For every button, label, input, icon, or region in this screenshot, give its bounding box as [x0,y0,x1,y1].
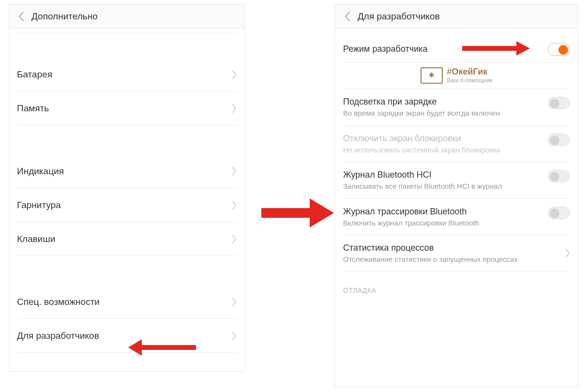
header-title-left: Дополнительно [31,11,98,22]
header-title-right: Для разработчиков [358,11,440,22]
row-developer[interactable]: Для разработчиков [17,319,237,353]
toggle-bt-hci[interactable] [548,170,570,182]
watermark-title: ОкейГик [451,67,487,76]
row-battery[interactable]: Батарея [17,58,237,91]
watermark-hash: # [447,67,451,76]
chevron-right-icon [232,201,237,210]
chevron-right-icon [232,298,237,306]
row-label: Батарея [17,69,52,80]
row-label: Спец. возможности [17,297,100,307]
list-left: Батарея Память Индикация Гарнитура Клави… [9,29,244,371]
header-right: Для разработчиков [335,4,578,29]
row-bt-hci[interactable]: Журнал Bluetooth HCI Записывать все паке… [343,162,570,199]
row-title: Режим разработчика [343,43,543,55]
back-icon[interactable] [14,9,29,24]
chevron-right-icon [232,167,237,176]
row-label: Гарнитура [17,200,61,211]
row-title: Журнал Bluetooth HCI [343,169,543,181]
toggle-backlight[interactable] [548,97,570,109]
row-title: Журнал трассировки Bluetooth [343,206,543,217]
row-title: Подсветка при зарядке [343,96,543,107]
row-proc-stats[interactable]: Статистика процессов Отслеживание статис… [343,235,570,272]
chevron-right-icon [232,235,237,243]
header-left: Дополнительно [9,4,244,29]
row-accessibility[interactable]: Спец. возможности [17,285,237,319]
row-disable-lock: Отключить экран блокировки Не использова… [343,126,570,163]
row-title: Отключить экран блокировки [343,133,543,144]
row-label: Клавиши [17,234,55,244]
settings-additional-panel: Дополнительно Батарея Память Индикация Г… [9,4,245,372]
row-title: Статистика процессов [343,242,560,254]
chevron-right-icon [232,332,237,340]
row-backlight[interactable]: Подсветка при зарядке Во время зарядки э… [343,89,570,126]
list-right: Режим разработчика #ОкейГик Ваш it-помощ… [335,29,578,387]
chevron-right-icon [565,249,570,257]
watermark: #ОкейГик Ваш it-помощник [343,67,570,84]
row-sub: Включить журнал трассировки Bluetooth [343,218,543,228]
toggle-dev-mode[interactable] [548,43,570,56]
row-indication[interactable]: Индикация [17,154,237,188]
laptop-icon [421,67,443,84]
row-memory[interactable]: Память [17,91,237,125]
row-keys[interactable]: Клавиши [17,222,237,256]
row-label: Для разработчиков [17,331,99,341]
row-headset[interactable]: Гарнитура [17,188,237,222]
annotation-arrow-middle [261,198,334,227]
developer-options-panel: Для разработчиков Режим разработчика #Ок… [335,4,578,387]
toggle-disable-lock [548,134,570,146]
watermark-sub: Ваш it-помощник [447,77,492,84]
row-dev-mode[interactable]: Режим разработчика [343,35,570,63]
row-sub: Не использовать системный экран блокиров… [343,145,543,155]
row-sub: Записывать все пакеты Bluetooth HCI в жу… [343,181,543,191]
row-label: Индикация [17,166,64,177]
back-icon[interactable] [340,9,355,24]
row-sub: Отслеживание статистики о запущенных про… [343,255,560,264]
section-debug-label: ОТЛАДКА [343,286,570,294]
chevron-right-icon [232,70,237,79]
row-label: Память [17,103,49,114]
chevron-right-icon [232,104,237,113]
toggle-bt-trace[interactable] [548,207,570,219]
row-bt-trace[interactable]: Журнал трассировки Bluetooth Включить жу… [343,199,570,236]
truncated-row [17,29,237,33]
row-sub: Во время зарядки экран будет всегда вклю… [343,108,543,118]
